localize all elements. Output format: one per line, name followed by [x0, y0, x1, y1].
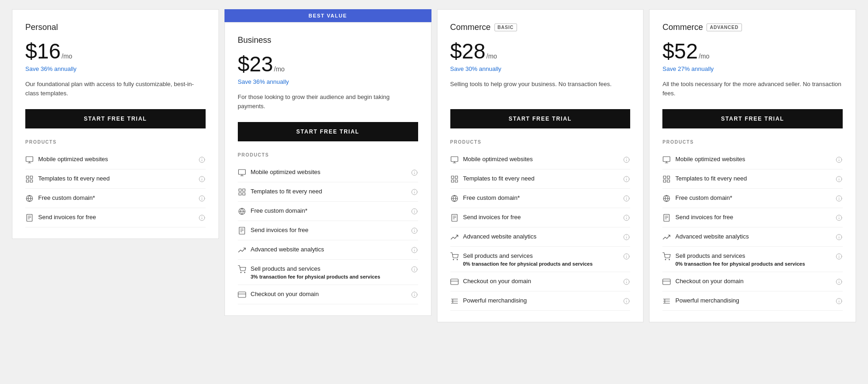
globe-icon: [450, 194, 459, 203]
feature-text-block: Mobile optimized websites: [463, 155, 620, 163]
receipt-icon: [238, 227, 246, 235]
info-icon[interactable]: [198, 195, 206, 202]
info-icon[interactable]: [411, 188, 418, 196]
feature-subtext: 3% transaction fee for physical products…: [251, 274, 407, 279]
feature-text-block: Templates to fit every need: [463, 175, 620, 183]
feature-left: Free custom domain*: [662, 194, 832, 203]
feature-left: Checkout on your domain: [238, 290, 407, 299]
info-icon[interactable]: [623, 214, 630, 221]
plan-name-row: Business: [238, 35, 418, 45]
start-trial-button[interactable]: START FREE TRIAL: [662, 109, 843, 128]
svg-rect-30: [239, 189, 241, 191]
info-icon[interactable]: [835, 253, 843, 260]
feature-name: Templates to fit every need: [38, 175, 195, 183]
svg-rect-8: [26, 180, 29, 182]
svg-rect-111: [664, 176, 666, 178]
info-icon[interactable]: [835, 214, 843, 221]
globe-icon: [25, 194, 34, 203]
info-icon[interactable]: [198, 214, 206, 221]
info-icon[interactable]: [835, 297, 843, 305]
info-icon[interactable]: [198, 156, 206, 163]
feature-item: Sell products and services0% transaction…: [450, 247, 631, 272]
receipt-icon: [25, 214, 34, 222]
feature-item: Checkout on your domain: [450, 272, 631, 291]
plan-name: Personal: [25, 23, 58, 32]
start-trial-button[interactable]: START FREE TRIAL: [450, 109, 631, 128]
feature-item: Mobile optimized websites: [450, 150, 631, 169]
info-icon[interactable]: [411, 291, 418, 298]
info-icon[interactable]: [623, 278, 630, 285]
svg-rect-68: [455, 176, 457, 178]
plan-name: Commerce: [450, 23, 491, 32]
feature-item: Send invoices for free: [238, 221, 418, 240]
feature-text-block: Checkout on your domain: [251, 290, 407, 298]
plan-name-row: Personal: [25, 23, 206, 32]
feature-left: Send invoices for free: [25, 213, 195, 222]
feature-left: Templates to fit every need: [238, 187, 407, 196]
feature-text-block: Send invoices for free: [251, 226, 407, 234]
start-trial-button[interactable]: START FREE TRIAL: [25, 109, 206, 128]
feature-name: Mobile optimized websites: [38, 155, 195, 163]
start-trial-button[interactable]: START FREE TRIAL: [238, 122, 418, 141]
info-icon[interactable]: [411, 266, 418, 273]
plan-savings[interactable]: Save 27% annually: [662, 65, 843, 72]
feature-text-block: Send invoices for free: [38, 213, 195, 221]
feature-name: Send invoices for free: [38, 213, 195, 221]
feature-text-block: Advanced website analytics: [463, 233, 620, 241]
svg-rect-33: [242, 193, 245, 195]
plan-name-row: CommerceADVANCED: [662, 23, 843, 32]
feature-name: Free custom domain*: [463, 194, 620, 202]
info-icon[interactable]: [411, 169, 418, 176]
info-icon[interactable]: [623, 195, 630, 202]
feature-left: Checkout on your domain: [662, 277, 832, 286]
svg-rect-93: [450, 279, 458, 285]
plan-period: /mo: [62, 52, 72, 60]
svg-rect-112: [667, 176, 670, 178]
svg-rect-137: [663, 279, 671, 285]
feature-name: Send invoices for free: [251, 226, 407, 234]
feature-text-block: Powerful merchandising: [675, 297, 832, 305]
feature-text-block: Sell products and services0% transaction…: [463, 252, 620, 267]
feature-name: Sell products and services: [463, 252, 620, 260]
feature-item: Free custom domain*: [238, 202, 418, 221]
info-icon[interactable]: [623, 156, 630, 163]
info-icon[interactable]: [623, 253, 630, 260]
feature-item: Powerful merchandising: [450, 291, 631, 311]
plan-savings[interactable]: Save 36% annually: [25, 65, 206, 72]
plan-wrapper-commerce-basic: CommerceBASIC$28/moSave 30% annuallySell…: [437, 9, 644, 322]
info-icon[interactable]: [835, 278, 843, 285]
analytics-icon: [450, 233, 459, 241]
feature-item: Free custom domain*: [450, 189, 631, 208]
feature-name: Mobile optimized websites: [251, 168, 407, 176]
info-icon[interactable]: [198, 175, 206, 183]
plan-savings[interactable]: Save 30% annually: [450, 65, 631, 72]
info-icon[interactable]: [835, 195, 843, 202]
info-icon[interactable]: [623, 175, 630, 183]
feature-text-block: Templates to fit every need: [675, 175, 832, 183]
svg-rect-17: [27, 215, 32, 221]
feature-name: Mobile optimized websites: [463, 155, 620, 163]
monitor-icon: [25, 156, 34, 164]
products-label: PRODUCTS: [238, 152, 418, 157]
info-icon[interactable]: [835, 233, 843, 241]
feature-item: Powerful merchandising: [662, 291, 843, 311]
info-icon[interactable]: [411, 246, 418, 254]
feature-left: Send invoices for free: [662, 213, 832, 222]
plan-price: $52: [662, 39, 698, 64]
info-icon[interactable]: [623, 297, 630, 305]
feature-item: Send invoices for free: [25, 208, 206, 227]
info-icon[interactable]: [623, 233, 630, 241]
info-icon[interactable]: [835, 156, 843, 163]
plan-savings[interactable]: Save 36% annually: [238, 78, 418, 85]
info-icon[interactable]: [835, 175, 843, 183]
grid-icon: [662, 175, 671, 183]
info-icon[interactable]: [411, 208, 418, 215]
svg-rect-41: [239, 227, 245, 234]
plan-wrapper-personal: Personal$16/moSave 36% annuallyOur found…: [12, 9, 219, 239]
plan-description: All the tools necessary for the more adv…: [662, 80, 843, 100]
info-icon[interactable]: [411, 227, 418, 234]
feature-item: Templates to fit every need: [238, 182, 418, 202]
feature-item: Send invoices for free: [662, 208, 843, 227]
grid-icon: [238, 188, 246, 196]
feature-left: Sell products and services3% transaction…: [238, 265, 407, 279]
